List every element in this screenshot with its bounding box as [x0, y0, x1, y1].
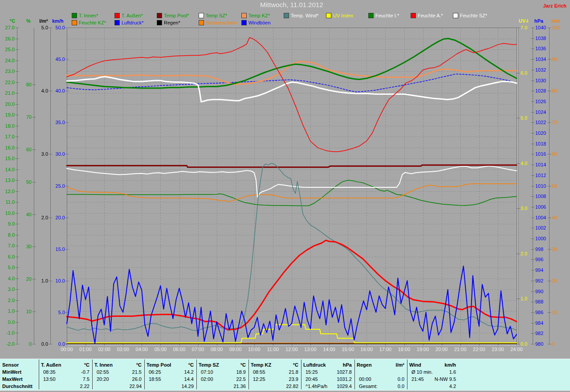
axis-tick-c: 8.0 [0, 232, 15, 238]
table-value: 22.5 [198, 376, 246, 382]
legend-label: Temp Pool* [164, 13, 189, 18]
axis-tick-hpa: 1030 [535, 78, 553, 83]
axis-header-c: °C [4, 18, 21, 24]
legend-item-feuchte-i-: Feuchte I.* [368, 13, 399, 18]
axis-tick-hpa: 1038 [535, 36, 553, 41]
table-value: 18.9 [198, 369, 246, 375]
x-tick-label: 11:00 [264, 347, 282, 352]
table-col-unit: l/m² [356, 362, 404, 368]
table-value: 14.2 [146, 369, 194, 375]
x-tick-label: 08:00 [208, 347, 226, 352]
table-value: 7.5 [41, 376, 90, 382]
axis-header-kmh: km/h [49, 18, 67, 24]
x-tick-label: 02:00 [95, 347, 114, 352]
legend-label: Temp KZ* [248, 13, 270, 18]
x-tick-label: 01:00 [76, 347, 95, 352]
legend-label: Feuchte I.* [375, 13, 399, 18]
table-col-unit: km/h [409, 362, 456, 368]
legend-swatch [72, 20, 77, 25]
axis-tick-hpa: 1036 [535, 46, 553, 51]
legend-label: Windböen [248, 20, 271, 25]
legend-label: Temp. Wind* [291, 13, 318, 18]
axis-tick-min: 30 [552, 247, 570, 252]
axis-tick-c: 26.0 [0, 36, 15, 41]
axis-tick-hpa: 988 [535, 299, 553, 304]
axis-tick-kmh: 15.0 [0, 247, 65, 252]
axis-tick-hpa: 1028 [535, 88, 553, 93]
axis-tick-pct: 80 [0, 82, 32, 87]
legend-swatch [199, 20, 204, 25]
axis-tick-kmh: 5.0 [0, 310, 65, 315]
legend-label: Feuchte KZ* [79, 20, 106, 25]
table-col-unit: °C [198, 362, 246, 368]
table-value: 4.2 [409, 384, 456, 389]
x-tick-label: 19:00 [414, 347, 432, 352]
axis-tick-min: 50 [552, 183, 570, 189]
table-col-unit: hPa [303, 362, 352, 368]
table-value: 21.36 [198, 384, 246, 389]
axis-header-min: min [551, 18, 569, 24]
axis-tick-min: 10 [552, 310, 570, 315]
axis-tick-hpa: 1002 [535, 225, 553, 230]
legend-swatch [241, 13, 247, 18]
x-tick-label: 15:00 [338, 347, 357, 352]
table-row-label: Sensor [2, 362, 19, 368]
axis-tick-c: 12.0 [0, 189, 15, 194]
legend-item-sonnenschein: Sonnenschein [199, 20, 237, 25]
axis-tick-hpa: 990 [535, 289, 553, 294]
legend-swatch [199, 13, 204, 18]
table-row-label: MaxWert [2, 376, 23, 382]
axis-tick-c: 11.0 [0, 199, 15, 205]
axis-tick-hpa: 980 [535, 341, 553, 347]
table-value: 2.22 [41, 384, 90, 389]
axis-tick-min: 70 [552, 120, 570, 125]
legend-swatch [114, 13, 120, 18]
table-col-unit: °C [94, 362, 142, 368]
chart-plot-area[interactable] [0, 0, 570, 392]
axis-tick-hpa: 1010 [535, 183, 553, 189]
legend-item-feuchte-kz-: Feuchte KZ* [72, 20, 106, 25]
table-value: N-NW 9.5 [409, 376, 456, 382]
x-tick-label: 22:00 [470, 347, 489, 352]
table-value: 1027.8 [303, 369, 352, 375]
axis-tick-hpa: 1040 [535, 25, 553, 30]
axis-tick-hpa: 1026 [535, 99, 553, 104]
legend-label: T. Außen* [122, 13, 143, 18]
legend-item-temp-kz-: Temp KZ* [241, 13, 270, 18]
axis-tick-hpa: 998 [535, 247, 553, 252]
axis-tick-c: -1.0 [0, 330, 15, 335]
x-tick-label: 00:00 [57, 347, 76, 352]
table-value: 23.9 [250, 376, 298, 382]
axis-tick-hpa: 1016 [535, 151, 553, 157]
axis-tick-kmh: 25.0 [0, 183, 65, 189]
legend-label: Temp SZ* [206, 13, 227, 18]
legend-item-luftdruck-: Luftdruck* [114, 20, 144, 25]
table-col-unit: °C [41, 362, 90, 368]
x-tick-label: 04:00 [132, 347, 151, 352]
axis-tick-hpa: 1006 [535, 204, 553, 210]
axis-tick-hpa: 992 [535, 278, 553, 283]
legend-label: Feuchte SZ* [460, 13, 487, 18]
axis-header-uv: UV-I [519, 18, 537, 24]
table-separator [144, 360, 145, 389]
table-value: 1031.2 [303, 376, 352, 382]
axis-tick-c: 23.0 [0, 69, 15, 74]
axis-tick-kmh: 10.0 [0, 278, 65, 283]
table-value: 14.29 [146, 384, 194, 389]
legend-swatch [284, 13, 289, 18]
table-value: 0.0 [356, 376, 404, 382]
table-row-label: Durchschnitt [2, 384, 33, 389]
x-tick-label: 12:00 [282, 347, 301, 352]
legend-item-t-innen-: T. Innen* [72, 13, 98, 18]
legend-item-temp-wind-: Temp. Wind* [284, 13, 318, 18]
legend-swatch [326, 13, 331, 18]
legend-item-feuchte-a-: Feuchte A.* [411, 13, 443, 18]
axis-tick-c: 25.0 [0, 47, 15, 52]
x-tick-label: 13:00 [301, 347, 320, 352]
axis-tick-min: 20 [552, 278, 570, 283]
legend-label: Sonnenschein [206, 20, 237, 25]
table-value: 0.0 [356, 384, 404, 389]
legend-item-temp-pool-: Temp Pool* [157, 13, 189, 18]
axis-tick-min: 40 [552, 215, 570, 220]
axis-tick-pct: 70 [0, 114, 32, 120]
